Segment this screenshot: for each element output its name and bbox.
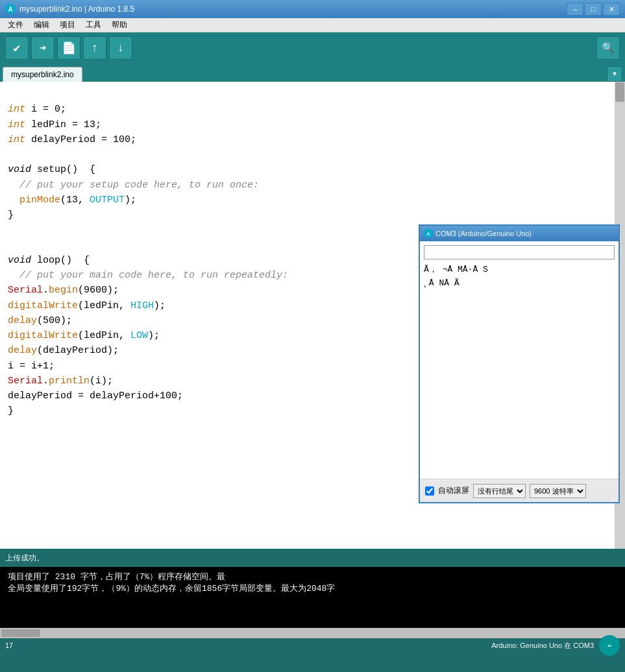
toolbar: ✔ ➜ 📄 ↑ ↓ 🔍 xyxy=(0,32,625,64)
editor-tab[interactable]: mysuperblink2.ino xyxy=(3,67,82,82)
com-footer: 自动滚屏 没有行结尾 9600 波特率 xyxy=(420,479,619,502)
app-icon: A xyxy=(5,4,16,14)
status-bar: 17 Arduino: Genuino Uno 在 COM3 ∞ xyxy=(0,638,625,653)
output-bar: 上传成功。 xyxy=(0,549,625,567)
title-bar-controls: – □ ✕ xyxy=(567,3,620,16)
line-ending-select[interactable]: 没有行结尾 xyxy=(473,484,526,498)
baud-rate-select[interactable]: 9600 波特率 xyxy=(530,484,586,498)
verify-button[interactable]: ✔ xyxy=(5,36,29,60)
com-text-output: Ã， ¬Å MÅ·Å S ¸Å NÅ Ã xyxy=(424,263,615,291)
save-button[interactable]: ↓ xyxy=(109,36,132,60)
line-number: 17 xyxy=(5,642,13,649)
menu-project[interactable]: 项目 xyxy=(55,18,80,32)
search-button[interactable]: 🔍 xyxy=(596,36,620,60)
close-button[interactable]: ✕ xyxy=(603,3,620,16)
title-bar-left: A mysuperblink2.ino | Arduino 1.8.5 xyxy=(5,4,134,14)
maximize-button[interactable]: □ xyxy=(585,3,602,16)
console-line2: 全局变量使用了192字节，（9%）的动态内存，余留1856字节局部变量。最大为2… xyxy=(8,582,617,594)
com-content: Ã， ¬Å MÅ·Å S ¸Å NÅ Ã xyxy=(420,241,619,479)
upload-button[interactable]: ➜ xyxy=(31,36,55,60)
upload-status: 上传成功。 xyxy=(5,553,44,564)
scrollbar-thumb[interactable] xyxy=(615,82,624,102)
autoscroll-label: 自动滚屏 xyxy=(438,485,469,496)
com-text-line2: ¸Å NÅ Ã xyxy=(424,277,615,291)
com-icon: A xyxy=(424,229,433,238)
tab-bar: mysuperblink2.ino ▼ xyxy=(0,64,625,82)
menu-bar: 文件 编辑 项目 工具 帮助 xyxy=(0,18,625,32)
com-title-bar: A COM3 (Arduino/Genuino Uno) xyxy=(420,226,619,241)
com-window: A COM3 (Arduino/Genuino Uno) Ã， ¬Å MÅ·Å … xyxy=(419,224,620,503)
minimize-button[interactable]: – xyxy=(567,3,583,16)
open-button[interactable]: ↑ xyxy=(83,36,106,60)
autoscroll-checkbox[interactable] xyxy=(425,486,434,496)
menu-file[interactable]: 文件 xyxy=(3,18,29,32)
menu-edit[interactable]: 编辑 xyxy=(29,18,55,32)
console-line1: 项目使用了 2310 字节，占用了（7%）程序存储空间。最 xyxy=(8,571,617,582)
arduino-logo: ∞ xyxy=(599,635,620,656)
editor-area: int i = 0; int ledPin = 13; int delayPer… xyxy=(0,82,625,549)
title-bar: A mysuperblink2.ino | Arduino 1.8.5 – □ … xyxy=(0,0,625,18)
com-title-text: COM3 (Arduino/Genuino Uno) xyxy=(435,230,532,237)
menu-help[interactable]: 帮助 xyxy=(106,18,132,32)
title-bar-text: mysuperblink2.ino | Arduino 1.8.5 xyxy=(19,5,134,14)
console-area: 项目使用了 2310 字节，占用了（7%）程序存储空间。最 全局变量使用了192… xyxy=(0,567,625,628)
new-button[interactable]: 📄 xyxy=(57,36,80,60)
horizontal-scrollbar[interactable] xyxy=(0,628,625,638)
com-text-line1: Ã， ¬Å MÅ·Å S xyxy=(424,263,615,277)
board-info: Arduino: Genuino Uno 在 COM3 xyxy=(491,641,594,651)
menu-tools[interactable]: 工具 xyxy=(80,18,106,32)
com-input-field[interactable] xyxy=(424,245,615,259)
horizontal-scrollbar-thumb[interactable] xyxy=(1,629,40,637)
tab-dropdown[interactable]: ▼ xyxy=(607,66,622,82)
